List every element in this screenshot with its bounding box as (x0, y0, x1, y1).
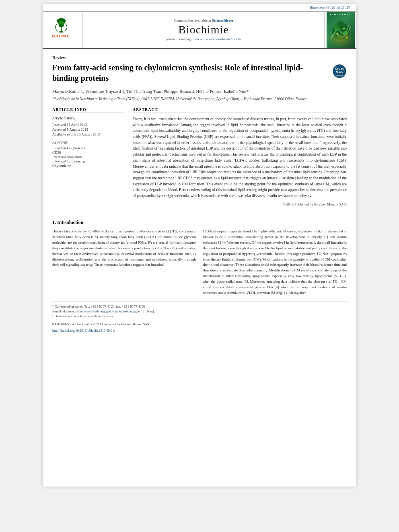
received-date: Received 15 April 2013 (52, 123, 125, 127)
journal-homepage-url[interactable]: www.elsevier.com/locate/biochi (194, 37, 241, 41)
svg-point-3 (58, 23, 64, 27)
keyword-2: CD36 (52, 150, 125, 154)
intro-right-text: LCFA absorption capacity should be highl… (203, 229, 347, 296)
sciencedirect-text[interactable]: ScienceDirect (212, 18, 233, 23)
title-area: Cross Mark From fatty-acid sensing to ch… (52, 62, 347, 83)
footnote-area: * Corresponding author. Tel.: +33 3 80 7… (52, 302, 347, 333)
article-history-label: Article history: (52, 116, 125, 120)
svg-text:Mark: Mark (336, 70, 343, 74)
crossmark-badge[interactable]: Cross Mark (332, 64, 347, 80)
email-footnote: E-mail addresses: isabelle.niot@u-bourgo… (52, 309, 347, 314)
keyword-1: Lipid-binding proteins (52, 146, 125, 150)
equal-contrib-footnote: ¹ These authors contributed equally to t… (52, 314, 347, 319)
article-type: Review (52, 55, 347, 60)
svg-text:ELSEVIER: ELSEVIER (51, 34, 69, 38)
section-divider (52, 213, 347, 213)
intro-left-col: Dietary fat accounts for 35–40% of the c… (52, 229, 196, 296)
copyright: © 2013 Published by Elsevier Masson SAS. (133, 202, 347, 206)
corresponding-footnote: * Corresponding author. Tel.: +33 3 80 7… (52, 304, 347, 309)
email-2[interactable]: niot@u-bourgogne.fr (115, 310, 143, 313)
available-date: Available online 16 August 2013 (52, 132, 125, 136)
elsevier-logo-area: ELSEVIER (43, 12, 83, 48)
article-page: Biochimie 96 (2014) 37–47 ELSEVIE (43, 4, 356, 487)
svg-rect-4 (59, 31, 63, 33)
article-info-heading: ARTICLE INFO (52, 107, 125, 113)
journal-citation-bar: Biochimie 96 (2014) 37–47 (43, 4, 356, 12)
sciencedirect-link: Contents lists available at ScienceDirec… (174, 18, 233, 23)
intro-left-text: Dietary fat accounts for 35–40% of the c… (52, 229, 196, 268)
elsevier-logo: ELSEVIER (49, 18, 77, 42)
abstract-text: Today, it is well established that the d… (133, 116, 347, 199)
svg-point-9 (337, 21, 345, 29)
svg-point-12 (346, 36, 348, 39)
keyword-5: Chylomicron (52, 164, 125, 168)
keyword-4: Intestinal lipid sensing (52, 159, 125, 163)
article-content: Review Cross Mark From fatty-acid sensin… (43, 49, 356, 339)
journal-citation: Biochimie 96 (2014) 37–47 (310, 6, 350, 10)
authors: Marjorie Buttet 1, Véronique Traynard 1,… (52, 88, 347, 95)
svg-point-11 (343, 28, 345, 29)
keywords-label: Keywords: (52, 140, 125, 144)
crossmark-svg: Cross Mark (332, 64, 347, 78)
article-title: From fatty-acid sensing to chylomicron s… (52, 62, 347, 83)
journal-name-header: Biochimie (178, 23, 229, 36)
body-two-column: Dietary fat accounts for 35–40% of the c… (52, 229, 347, 296)
email-1[interactable]: isabelle.niot@u-bourgogne.fr (76, 310, 114, 313)
affiliation: Physiologie de la Nutrition et Toxicolog… (52, 97, 347, 102)
left-column: ARTICLE INFO Article history: Received 1… (52, 107, 125, 206)
biochimie-cover-art (329, 17, 353, 43)
journal-header: ELSEVIER Contents lists available at Sci… (43, 12, 356, 49)
accepted-date: Accepted 5 August 2013 (52, 127, 125, 131)
svg-text:Cross: Cross (335, 67, 344, 70)
issn-footnote: 0300-9084/$ – see front matter © 2013 Pu… (52, 322, 347, 327)
two-column-section: ARTICLE INFO Article history: Received 1… (52, 107, 347, 206)
svg-point-10 (337, 33, 338, 35)
doi-line[interactable]: http://dx.doi.org/10.1016/j.biochi.2013.… (52, 329, 347, 333)
biochimie-cover: BIOCHIMIE (327, 12, 355, 48)
intro-right-col: LCFA absorption capacity should be highl… (203, 229, 347, 296)
elsevier-logo-svg: ELSEVIER (49, 18, 77, 40)
intro-heading: 1. Introduction (52, 220, 347, 226)
journal-center: Contents lists available at ScienceDirec… (83, 12, 324, 48)
journal-url: journal homepage: www.elsevier.com/locat… (167, 37, 241, 41)
right-column: ABSTRACT Today, it is well established t… (133, 107, 347, 206)
keyword-3: Intestinal adaptation (52, 155, 125, 159)
svg-point-8 (343, 31, 348, 36)
biochimie-logo-area: BIOCHIMIE (324, 12, 356, 48)
abstract-heading: ABSTRACT (133, 107, 347, 113)
